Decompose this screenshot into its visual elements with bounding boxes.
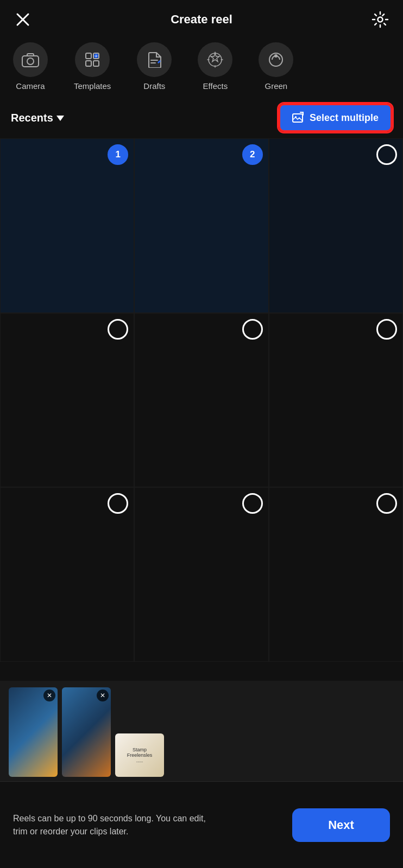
select-multiple-label: Select multiple [310,112,379,124]
info-text: Reels can be up to 90 seconds long. You … [13,812,219,838]
drafts-icon-circle [137,42,172,77]
camera-icon-circle [13,42,48,77]
tab-templates-label: Templates [74,81,111,91]
green-icon-circle [259,42,293,77]
templates-icon-circle: + [75,42,110,77]
media-cell-3[interactable] [269,138,403,313]
selection-circle-6[interactable] [376,319,397,340]
thumb-image-3: StampFreelensles..... [115,733,164,777]
thumb-close-2[interactable]: ✕ [97,690,109,701]
effects-icon-circle [198,42,232,77]
media-cell-8[interactable] [134,487,268,662]
svg-rect-8 [93,61,99,66]
recents-dropdown[interactable]: Recents [11,112,64,124]
media-grid: 1 2 [0,138,403,662]
thumb-close-1[interactable]: ✕ [43,690,55,701]
selection-number-1: 1 [116,149,121,160]
tab-green-label: Green [265,81,288,91]
thumb-inner-text-3: StampFreelensles..... [125,745,155,765]
preview-thumb-1: ✕ [9,687,58,777]
selection-circle-8[interactable] [242,493,263,514]
tab-drafts-label: Drafts [143,81,165,91]
svg-rect-5 [86,53,91,59]
media-cell-5[interactable] [134,313,268,488]
tab-bar: Camera + Templates Drafts [0,38,403,97]
settings-button[interactable] [370,10,390,29]
page-title: Create reel [171,12,232,27]
svg-text:+: + [95,54,97,58]
chevron-down-icon [56,116,64,121]
preview-thumb-3: StampFreelensles..... [115,733,164,777]
media-cell-1[interactable]: 1 [0,138,134,313]
svg-point-4 [27,58,34,65]
tab-effects[interactable]: Effects [185,42,245,91]
preview-thumb-2: ✕ [62,687,111,777]
recents-label: Recents [11,112,53,124]
selection-circle-4[interactable] [108,319,128,340]
selection-number-2: 2 [250,149,255,160]
tab-drafts[interactable]: Drafts [124,42,185,91]
tab-camera-label: Camera [16,81,45,91]
media-cell-9[interactable] [269,487,403,662]
preview-strip: ✕ ✕ StampFreelensles..... [0,681,403,781]
tab-effects-label: Effects [203,81,228,91]
selection-circle-3[interactable] [376,144,397,165]
header: Create reel [0,0,403,38]
bottom-bar: Reels can be up to 90 seconds long. You … [0,781,403,868]
tab-templates[interactable]: + Templates [61,42,124,91]
close-button[interactable] [13,10,33,29]
media-cell-6[interactable] [269,313,403,488]
selection-circle-7[interactable] [108,493,128,514]
next-button[interactable]: Next [292,808,390,842]
selection-circle-5[interactable] [242,319,263,340]
selection-circle-1[interactable]: 1 [108,144,128,165]
select-multiple-button[interactable]: Select multiple [279,104,392,132]
media-cell-2[interactable]: 2 [134,138,268,313]
selection-circle-9[interactable] [376,493,397,514]
media-cell-7[interactable] [0,487,134,662]
selection-circle-2[interactable]: 2 [242,144,263,165]
tab-camera[interactable]: Camera [0,42,61,91]
svg-point-13 [274,54,278,58]
next-label: Next [328,818,354,832]
tab-green[interactable]: Green [245,42,306,91]
recents-bar: Recents Select multiple [0,97,403,138]
media-cell-4[interactable] [0,313,134,488]
svg-rect-7 [86,61,91,66]
svg-point-2 [378,17,383,22]
photo-icon [292,112,304,124]
